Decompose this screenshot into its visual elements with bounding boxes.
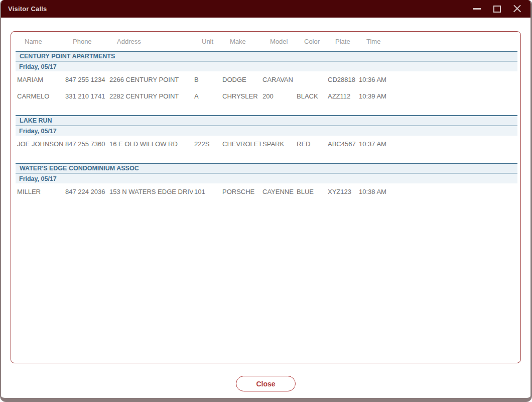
cell-name: MILLER bbox=[16, 183, 64, 200]
visitor-calls-window: Visitor Calls NamePhoneAddressUnitMakeMo… bbox=[0, 0, 532, 402]
cell-address: 2266 CENTURY POINT bbox=[108, 71, 193, 88]
section-spacer bbox=[16, 152, 517, 163]
cell-model: SPARK bbox=[261, 136, 295, 152]
cell-unit: A bbox=[193, 88, 221, 105]
cell-time: 10:37 AM bbox=[357, 136, 517, 152]
cell-make: DODGE bbox=[221, 71, 261, 88]
community-name: LAKE RUN bbox=[16, 116, 517, 126]
section-date-row: Friday, 05/17 bbox=[16, 61, 517, 71]
cell-color: BLACK bbox=[295, 88, 326, 105]
cell-make: CHRYSLER bbox=[221, 88, 261, 105]
cell-address: 2282 CENTURY POINT bbox=[108, 88, 193, 105]
column-header-phone: Phone bbox=[64, 32, 108, 51]
section-date-row: Friday, 05/17 bbox=[16, 173, 517, 183]
window-title: Visitor Calls bbox=[8, 5, 47, 13]
visitor-row: MILLER847 224 2036153 N WATERS EDGE DRIV… bbox=[16, 183, 517, 200]
cell-name: JOE JOHNSON bbox=[16, 136, 64, 152]
cell-phone: 331 210 1741 bbox=[64, 88, 108, 105]
cell-phone: 847 255 1234 bbox=[64, 71, 108, 88]
cell-phone: 847 224 2036 bbox=[64, 183, 108, 200]
cell-model: 200 bbox=[261, 88, 295, 105]
close-icon bbox=[513, 5, 521, 13]
section-spacer bbox=[16, 105, 517, 116]
cell-model: CARAVAN bbox=[261, 71, 295, 88]
cell-unit: B bbox=[193, 71, 221, 88]
community-name: CENTURY POINT APARTMENTS bbox=[16, 51, 517, 61]
section-date: Friday, 05/17 bbox=[16, 126, 517, 136]
close-button[interactable]: Close bbox=[236, 376, 296, 391]
cell-model: CAYENNE bbox=[261, 183, 295, 200]
titlebar[interactable]: Visitor Calls bbox=[1, 0, 530, 18]
cell-color: BLUE bbox=[295, 183, 326, 200]
visitor-row: CARMELO331 210 17412282 CENTURY POINTACH… bbox=[16, 88, 517, 105]
visitor-row: JOE JOHNSON847 255 736016 E OLD WILLOW R… bbox=[16, 136, 517, 152]
cell-plate: ABC4567 bbox=[326, 136, 357, 152]
cell-plate: CD28818 bbox=[326, 71, 357, 88]
cell-make: PORSCHE bbox=[221, 183, 261, 200]
cell-unit: 222S bbox=[193, 136, 221, 152]
column-header-make: Make bbox=[221, 32, 261, 51]
cell-color bbox=[295, 71, 326, 88]
cell-address: 16 E OLD WILLOW RD bbox=[108, 136, 193, 152]
cell-name: CARMELO bbox=[16, 88, 64, 105]
column-header-model: Model bbox=[261, 32, 295, 51]
section-header-row: CENTURY POINT APARTMENTS bbox=[16, 51, 517, 61]
section-header-row: WATER'S EDGE CONDOMINIUM ASSOC bbox=[16, 163, 517, 173]
column-header-unit: Unit bbox=[193, 32, 221, 51]
minimize-icon bbox=[473, 8, 481, 10]
cell-unit: 101 bbox=[193, 183, 221, 200]
window-controls bbox=[469, 3, 524, 16]
close-window-button[interactable] bbox=[509, 3, 524, 16]
visitor-table: NamePhoneAddressUnitMakeModelColorPlateT… bbox=[16, 32, 517, 200]
section-date: Friday, 05/17 bbox=[16, 173, 517, 183]
cell-time: 10:38 AM bbox=[357, 183, 517, 200]
cell-address: 153 N WATERS EDGE DRIVE bbox=[108, 183, 193, 200]
visitor-calls-panel: NamePhoneAddressUnitMakeModelColorPlateT… bbox=[11, 31, 521, 363]
minimize-button[interactable] bbox=[469, 3, 484, 16]
cell-time: 10:36 AM bbox=[357, 71, 517, 88]
cell-time: 10:39 AM bbox=[357, 88, 517, 105]
section-date-row: Friday, 05/17 bbox=[16, 126, 517, 136]
column-header-time: Time bbox=[357, 32, 517, 51]
dialog-footer: Close bbox=[1, 376, 530, 391]
cell-color: RED bbox=[295, 136, 326, 152]
cell-make: CHEVROLET bbox=[221, 136, 261, 152]
cell-name: MARIAM bbox=[16, 71, 64, 88]
cell-plate: AZZ112 bbox=[326, 88, 357, 105]
maximize-icon bbox=[493, 6, 501, 13]
table-header-row: NamePhoneAddressUnitMakeModelColorPlateT… bbox=[16, 32, 517, 51]
maximize-button[interactable] bbox=[489, 3, 504, 16]
community-name: WATER'S EDGE CONDOMINIUM ASSOC bbox=[16, 163, 517, 173]
cell-phone: 847 255 7360 bbox=[64, 136, 108, 152]
section-header-row: LAKE RUN bbox=[16, 116, 517, 126]
section-date: Friday, 05/17 bbox=[16, 61, 517, 71]
column-header-name: Name bbox=[16, 32, 64, 51]
visitor-row: MARIAM847 255 12342266 CENTURY POINTBDOD… bbox=[16, 71, 517, 88]
column-header-color: Color bbox=[295, 32, 326, 51]
cell-plate: XYZ123 bbox=[326, 183, 357, 200]
column-header-address: Address bbox=[108, 32, 193, 51]
column-header-plate: Plate bbox=[326, 32, 357, 51]
